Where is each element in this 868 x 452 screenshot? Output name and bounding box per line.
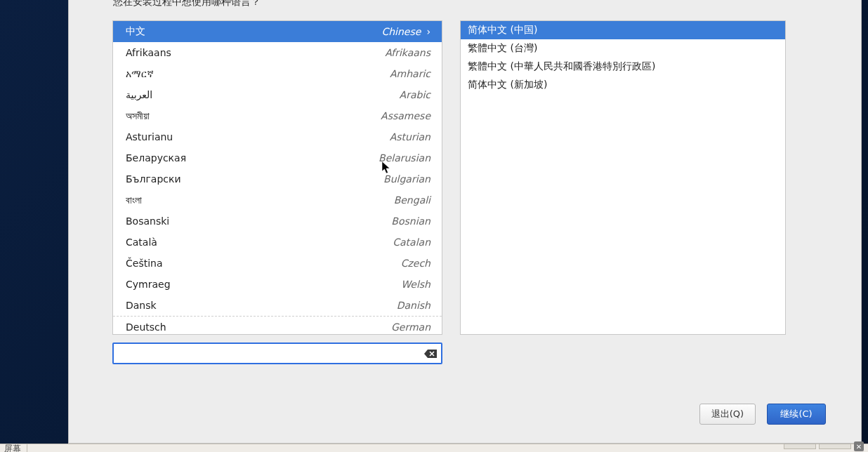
language-native-label: Dansk bbox=[126, 300, 157, 311]
language-english-label: Bengali bbox=[394, 194, 430, 206]
language-row[interactable]: ČeštinaCzech bbox=[113, 253, 442, 274]
language-row[interactable]: AsturianuAsturian bbox=[113, 126, 442, 147]
language-native-label: Беларуская bbox=[126, 152, 186, 164]
language-row[interactable]: বাংলাBengali bbox=[113, 190, 442, 211]
tray-panel[interactable] bbox=[784, 444, 816, 449]
language-native-label: Bosanski bbox=[126, 215, 169, 227]
tray-panel[interactable] bbox=[819, 444, 851, 449]
language-english-label: Chinese bbox=[381, 26, 421, 37]
language-english-label: Catalan bbox=[393, 237, 430, 248]
language-english-label: Czech bbox=[401, 258, 430, 269]
language-row[interactable]: BosanskiBosnian bbox=[113, 211, 442, 232]
close-icon[interactable]: ✕ bbox=[854, 441, 864, 451]
quit-button-label: 退出(Q) bbox=[711, 408, 744, 420]
language-search-box[interactable] bbox=[112, 343, 442, 364]
language-native-label: বাংলা bbox=[126, 194, 142, 206]
language-english-label: Welsh bbox=[401, 279, 430, 290]
language-english-label: Belarusian bbox=[379, 152, 430, 164]
language-native-label: Български bbox=[126, 173, 181, 185]
locale-variant-row[interactable]: 繁體中文 (中華人民共和國香港特別行政區) bbox=[461, 58, 785, 76]
language-row[interactable]: CymraegWelsh bbox=[113, 274, 442, 295]
quit-button[interactable]: 退出(Q) bbox=[699, 404, 756, 425]
locale-variant-list[interactable]: 简体中文 (中国)繁體中文 (台灣)繁體中文 (中華人民共和國香港特別行政區)简… bbox=[460, 20, 786, 335]
language-native-label: العربية bbox=[126, 89, 152, 100]
language-native-label: Deutsch bbox=[126, 321, 166, 333]
language-english-label: Bosnian bbox=[391, 215, 430, 227]
language-row[interactable]: العربيةArabic bbox=[113, 84, 442, 105]
language-english-label: German bbox=[391, 321, 430, 333]
language-search-input[interactable] bbox=[119, 347, 424, 360]
language-row[interactable]: БългарскиBulgarian bbox=[113, 168, 442, 190]
language-row[interactable]: অসমীয়াAssamese bbox=[113, 105, 442, 126]
locale-variant-label: 简体中文 (新加坡) bbox=[468, 79, 547, 91]
language-native-label: Cymraeg bbox=[126, 279, 171, 290]
language-english-label: Arabic bbox=[400, 89, 430, 100]
language-english-label: Assamese bbox=[381, 110, 430, 121]
language-native-label: አማርኛ bbox=[126, 68, 154, 80]
language-english-label: Amharic bbox=[390, 68, 430, 79]
language-english-label: Danish bbox=[397, 300, 430, 311]
language-english-label: Afrikaans bbox=[385, 47, 430, 58]
language-native-label: Asturianu bbox=[126, 131, 173, 142]
taskbar-divider bbox=[27, 444, 27, 452]
locale-variant-row[interactable]: 简体中文 (中国) bbox=[461, 21, 785, 39]
language-prompt: 您在安装过程中想使用哪种语言？ bbox=[113, 0, 261, 8]
language-native-label: Čeština bbox=[126, 258, 163, 269]
backspace-clear-icon[interactable] bbox=[424, 349, 437, 359]
language-row[interactable]: CatalàCatalan bbox=[113, 232, 442, 253]
language-native-label: 中文 bbox=[126, 25, 145, 38]
language-row[interactable]: 中文Chinese› bbox=[113, 21, 442, 42]
locale-variant-row[interactable]: 简体中文 (新加坡) bbox=[461, 76, 785, 94]
continue-button-label: 继续(C) bbox=[780, 408, 812, 420]
installer-window: 您在安装过程中想使用哪种语言？ 中文Chinese›AfrikaansAfrik… bbox=[68, 0, 862, 444]
language-native-label: অসমীয়া bbox=[126, 110, 150, 122]
language-native-label: Afrikaans bbox=[126, 47, 171, 58]
language-row[interactable]: DanskDanish bbox=[113, 295, 442, 316]
chevron-right-icon: › bbox=[426, 26, 430, 37]
language-native-label: Català bbox=[126, 237, 157, 248]
language-english-label: Bulgarian bbox=[383, 173, 430, 185]
locale-variant-row[interactable]: 繁體中文 (台灣) bbox=[461, 39, 785, 58]
locale-variant-label: 繁體中文 (台灣) bbox=[468, 42, 537, 55]
language-row[interactable]: አማርኛAmharic bbox=[113, 63, 442, 84]
language-row[interactable]: БеларускаяBelarusian bbox=[113, 147, 442, 168]
locale-variant-label: 简体中文 (中国) bbox=[468, 24, 537, 36]
taskbar-app-label[interactable]: 屏幕 bbox=[4, 443, 21, 452]
language-list[interactable]: 中文Chinese›AfrikaansAfrikaansአማርኛAmharicا… bbox=[112, 20, 442, 335]
continue-button[interactable]: 继续(C) bbox=[767, 404, 826, 425]
taskbar: 屏幕 ✕ bbox=[0, 444, 868, 452]
language-row[interactable]: AfrikaansAfrikaans bbox=[113, 42, 442, 63]
language-english-label: Asturian bbox=[390, 131, 430, 142]
language-row[interactable]: DeutschGerman bbox=[113, 316, 442, 335]
locale-variant-label: 繁體中文 (中華人民共和國香港特別行政區) bbox=[468, 60, 655, 73]
